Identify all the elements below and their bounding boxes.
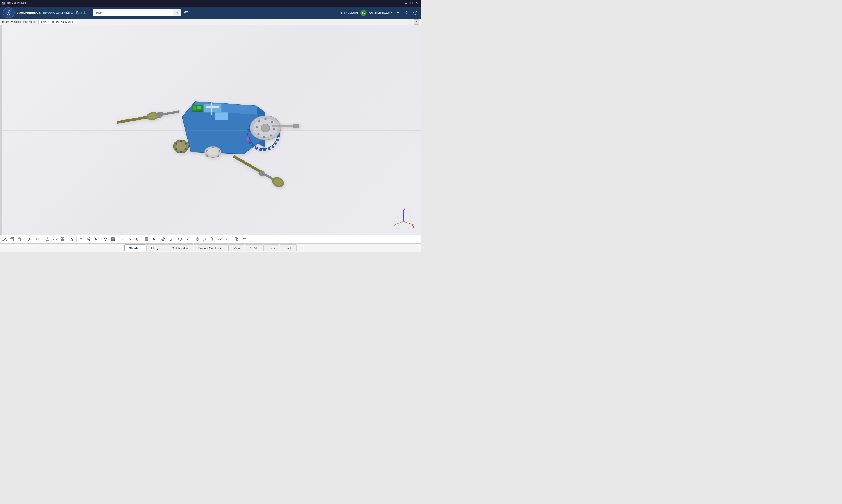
- measure-tool[interactable]: [51, 236, 58, 243]
- search-input[interactable]: [93, 10, 173, 16]
- display-tool[interactable]: ▾: [177, 236, 184, 243]
- tab-product-modification[interactable]: Product Modification: [194, 245, 229, 251]
- tab-ar-vr[interactable]: AR-VR: [245, 245, 263, 251]
- more-tool[interactable]: [241, 236, 248, 243]
- tab-ar-vr-label: AR-VR: [249, 247, 258, 250]
- restore-button[interactable]: ❐: [409, 1, 414, 5]
- svg-rect-71: [47, 238, 48, 238]
- svg-line-87: [88, 238, 89, 239]
- analysis-tool[interactable]: ▾: [160, 236, 167, 243]
- function-tool[interactable]: fx: [126, 236, 134, 243]
- share-button[interactable]: ⤴: [403, 10, 409, 16]
- cut-icon: [2, 237, 7, 241]
- probe-tool[interactable]: [168, 236, 175, 243]
- resize-icon: ‹: [0, 129, 3, 130]
- list-tool[interactable]: [78, 236, 85, 243]
- svg-point-119: [196, 238, 199, 241]
- paste-tool[interactable]: [16, 236, 23, 243]
- sep7: [125, 236, 125, 242]
- edit-tools: [1, 236, 23, 243]
- breadcrumb-item[interactable]: BETA - Vehicle Layout Mode: [2, 20, 36, 23]
- tab-standard[interactable]: Standard: [124, 245, 146, 251]
- svg-rect-72: [53, 239, 56, 240]
- user-avatar[interactable]: BC: [361, 10, 367, 16]
- play3-tool[interactable]: [185, 236, 192, 243]
- close-button[interactable]: ✕: [415, 1, 419, 5]
- display-arrow: ▾: [182, 238, 183, 240]
- svg-marker-99: [120, 237, 120, 238]
- svg-line-129: [237, 238, 238, 239]
- transform-tool[interactable]: [233, 236, 240, 243]
- tab-touch[interactable]: Touch: [280, 245, 297, 251]
- clip-tool[interactable]: [209, 236, 216, 243]
- svg-point-32: [185, 143, 187, 145]
- grid-tool[interactable]: [59, 236, 66, 243]
- svg-point-16: [273, 128, 275, 130]
- play3-icon: [186, 237, 190, 241]
- svg-marker-100: [120, 240, 120, 241]
- tag-button[interactable]: 🏷: [183, 10, 189, 16]
- svg-line-88: [88, 239, 89, 240]
- svg-rect-39: [197, 106, 201, 109]
- copy-tool[interactable]: [8, 236, 15, 243]
- common-space-selector[interactable]: Common Space ▾: [369, 11, 392, 14]
- sep3: [42, 236, 43, 242]
- svg-point-30: [176, 142, 186, 151]
- brand-prefix: 3D: [17, 11, 21, 15]
- vertical-splitter[interactable]: [211, 25, 211, 235]
- sphere-tool[interactable]: [194, 236, 201, 243]
- play-tool[interactable]: [92, 236, 100, 243]
- sync-tool[interactable]: [102, 236, 109, 243]
- tab-tools-label: Tools: [268, 247, 275, 250]
- svg-rect-38: [193, 106, 196, 110]
- nav-right: Brent Caldwell BC Common Space ▾ + ⤴ ?: [341, 10, 418, 16]
- search-view-tool[interactable]: ▾: [34, 236, 41, 243]
- svg-rect-5: [162, 110, 180, 115]
- move-tool[interactable]: ▾: [117, 236, 124, 243]
- app-logo[interactable]: 3D ▶ V,R: [3, 7, 15, 18]
- table-tool[interactable]: [109, 236, 117, 243]
- add-button[interactable]: +: [395, 10, 401, 16]
- left-resize-handle[interactable]: ‹: [0, 25, 2, 235]
- tab-tools[interactable]: Tools: [263, 245, 279, 251]
- add-tab-button[interactable]: +: [78, 20, 82, 24]
- expand-button[interactable]: ⤢: [414, 19, 419, 24]
- sep9: [159, 236, 159, 242]
- search-button[interactable]: 🔍: [173, 10, 181, 16]
- sep6: [101, 236, 101, 242]
- pen-tool[interactable]: [201, 236, 208, 243]
- tab-view[interactable]: View: [229, 245, 244, 251]
- minimize-button[interactable]: ─: [404, 1, 408, 5]
- connect-tool[interactable]: [85, 236, 92, 243]
- tag-icon: 🏷: [184, 10, 188, 15]
- tab-collaboration[interactable]: Collaboration: [167, 245, 193, 251]
- sep12: [232, 236, 232, 242]
- svg-rect-79: [63, 239, 64, 241]
- table2-tool[interactable]: ▾: [143, 236, 150, 243]
- product-subtitle: Collaborative Lifecycle: [55, 11, 86, 15]
- help-button[interactable]: ?: [412, 10, 418, 16]
- svg-point-31: [180, 140, 182, 142]
- active-tab[interactable]: EAXLE - BETA 158 IN WHE: [38, 19, 77, 24]
- select-tool[interactable]: [134, 236, 141, 243]
- tab-lifecycle[interactable]: Lifecycle: [146, 245, 167, 251]
- coordinate-indicator: Z X Y: [392, 208, 415, 230]
- analysis-icon: [161, 237, 165, 241]
- play2-tool[interactable]: [151, 236, 158, 243]
- svg-marker-101: [118, 239, 119, 240]
- connect-icon: [87, 237, 91, 241]
- clip-icon: [210, 237, 214, 241]
- svg-rect-92: [111, 238, 115, 241]
- capture-tool[interactable]: [44, 236, 51, 243]
- ruler-tool[interactable]: [224, 236, 231, 243]
- undo-tool[interactable]: ▾: [25, 236, 32, 243]
- svg-line-53: [403, 221, 413, 225]
- analysis-arrow: ▾: [165, 238, 166, 240]
- table2-arrow: ▾: [148, 238, 149, 240]
- curve-tool[interactable]: [216, 236, 223, 243]
- help-icon: ?: [413, 11, 417, 15]
- play-icon: [94, 237, 98, 241]
- cut-tool[interactable]: [1, 236, 8, 243]
- favorites-tool[interactable]: [68, 236, 75, 243]
- svg-marker-54: [412, 223, 414, 226]
